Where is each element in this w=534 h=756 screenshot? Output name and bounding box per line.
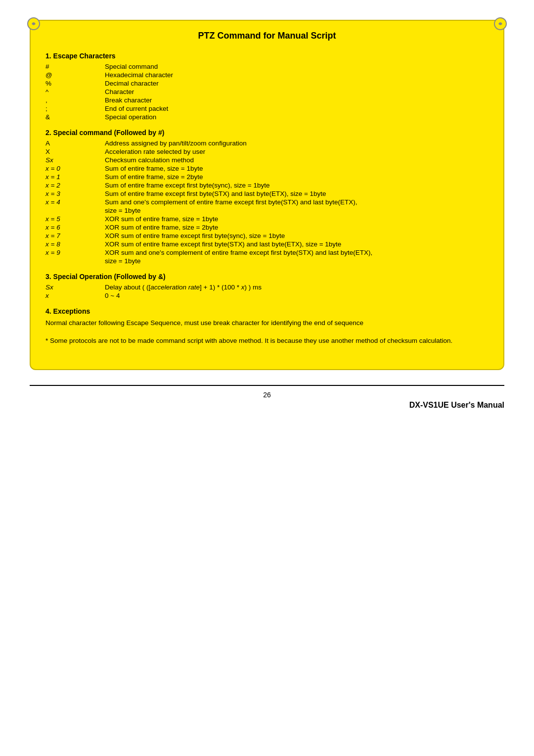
entry-key: x = 5	[45, 215, 105, 223]
entry-value: XOR sum of entire frame, size = 1byte	[105, 215, 489, 223]
list-item: x = 1 Sum of entire frame, size = 2byte	[45, 173, 489, 181]
box-title: PTZ Command for Manual Script	[45, 31, 489, 43]
entry-key: x = 8	[45, 240, 105, 248]
list-item: % Decimal character	[45, 80, 489, 87]
entry-value: Hexadecimal character	[105, 71, 489, 79]
entry-key: ;	[45, 105, 105, 112]
entry-value: Checksum calculation method	[105, 156, 489, 164]
entry-value: Special command	[105, 63, 489, 70]
entry-key: X	[45, 148, 105, 155]
entry-value: Sum of entire frame except first byte(ST…	[105, 190, 489, 197]
page-number: 26	[30, 391, 504, 399]
list-item: x = 7 XOR sum of entire frame except fir…	[45, 232, 489, 239]
entry-key: &	[45, 113, 105, 121]
entry-value: Sum of entire frame except first byte(sy…	[105, 182, 489, 189]
entry-key: x = 7	[45, 232, 105, 239]
section-exceptions: 4. Exceptions Normal character following…	[45, 307, 489, 346]
section-escape-heading: 1. Escape Characters	[45, 52, 489, 60]
corner-icon-tr	[493, 17, 507, 31]
corner-icon-tl	[27, 17, 41, 31]
entry-value: 0 ~ 4	[105, 292, 489, 299]
entry-key: x = 3	[45, 190, 105, 197]
list-item: # Special command	[45, 63, 489, 70]
entry-key: @	[45, 71, 105, 79]
entry-key: x = 2	[45, 182, 105, 189]
entry-value: Special operation	[105, 113, 489, 121]
section-exceptions-heading: 4. Exceptions	[45, 307, 489, 315]
list-item: x = 0 Sum of entire frame, size = 1byte	[45, 165, 489, 172]
list-item: x = 8 XOR sum of entire frame except fir…	[45, 240, 489, 248]
section-escape: 1. Escape Characters # Special command @…	[45, 52, 489, 121]
exception-note2: * Some protocols are not to be made comm…	[45, 336, 489, 346]
entry-value: Sum and one's complement of entire frame…	[105, 198, 489, 206]
section-special-command: 2. Special command (Followed by #) A Add…	[45, 129, 489, 265]
entry-value: End of current packet	[105, 105, 489, 112]
entry-key: Sx	[45, 284, 105, 291]
list-item: x = 6 XOR sum of entire frame, size = 2b…	[45, 224, 489, 231]
section-operation-heading: 3. Special Operation (Followed by &)	[45, 273, 489, 281]
list-item: X Acceleration rate selected by user	[45, 148, 489, 155]
list-item: x 0 ~ 4	[45, 292, 489, 299]
list-item: ; End of current packet	[45, 105, 489, 112]
entry-key: ^	[45, 88, 105, 95]
entry-value: XOR sum of entire frame except first byt…	[105, 240, 489, 248]
list-item: x = 5 XOR sum of entire frame, size = 1b…	[45, 215, 489, 223]
entry-key: #	[45, 63, 105, 70]
section-special-operation: 3. Special Operation (Followed by &) Sx …	[45, 273, 489, 299]
entry-key: x = 4	[45, 198, 105, 206]
list-item: Sx Delay about ( ([acceleration rate] + …	[45, 284, 489, 291]
list-item: ^ Character	[45, 88, 489, 95]
entry-indent: size = 1byte	[45, 207, 489, 214]
entry-value: Break character	[105, 96, 489, 104]
list-item: x = 4 Sum and one's complement of entire…	[45, 198, 489, 206]
entry-value: XOR sum of entire frame, size = 2byte	[105, 224, 489, 231]
exception-note1: Normal character following Escape Sequen…	[45, 318, 489, 328]
entry-key: ,	[45, 96, 105, 104]
list-item: @ Hexadecimal character	[45, 71, 489, 79]
entry-value: XOR sum and one's complement of entire f…	[105, 249, 489, 256]
entry-value: Address assigned by pan/tilt/zoom config…	[105, 140, 489, 147]
entry-key: x = 6	[45, 224, 105, 231]
list-item: A Address assigned by pan/tilt/zoom conf…	[45, 140, 489, 147]
page: PTZ Command for Manual Script 1. Escape …	[0, 0, 534, 756]
list-item: & Special operation	[45, 113, 489, 121]
entry-key: x = 9	[45, 249, 105, 256]
entry-value: Sum of entire frame, size = 2byte	[105, 173, 489, 181]
entry-value: Delay about ( ([acceleration rate] + 1) …	[105, 284, 489, 291]
list-item: , Break character	[45, 96, 489, 104]
content-box: PTZ Command for Manual Script 1. Escape …	[30, 20, 504, 370]
list-item: x = 2 Sum of entire frame except first b…	[45, 182, 489, 189]
manual-title: DX-VS1UE User's Manual	[30, 401, 504, 410]
entry-value: Acceleration rate selected by user	[105, 148, 489, 155]
list-item: x = 9 XOR sum and one's complement of en…	[45, 249, 489, 256]
entry-key: x = 1	[45, 173, 105, 181]
entry-key: Sx	[45, 156, 105, 164]
entry-key: x = 0	[45, 165, 105, 172]
entry-key: x	[45, 292, 105, 299]
footer: 26 DX-VS1UE User's Manual	[30, 385, 504, 410]
entry-key: A	[45, 140, 105, 147]
entry-value: Decimal character	[105, 80, 489, 87]
entry-value: Sum of entire frame, size = 1byte	[105, 165, 489, 172]
list-item: x = 3 Sum of entire frame except first b…	[45, 190, 489, 197]
entry-indent: size = 1byte	[45, 257, 489, 265]
entry-key: %	[45, 80, 105, 87]
section-special-heading: 2. Special command (Followed by #)	[45, 129, 489, 137]
entry-value: XOR sum of entire frame except first byt…	[105, 232, 489, 239]
entry-value: Character	[105, 88, 489, 95]
list-item: Sx Checksum calculation method	[45, 156, 489, 164]
